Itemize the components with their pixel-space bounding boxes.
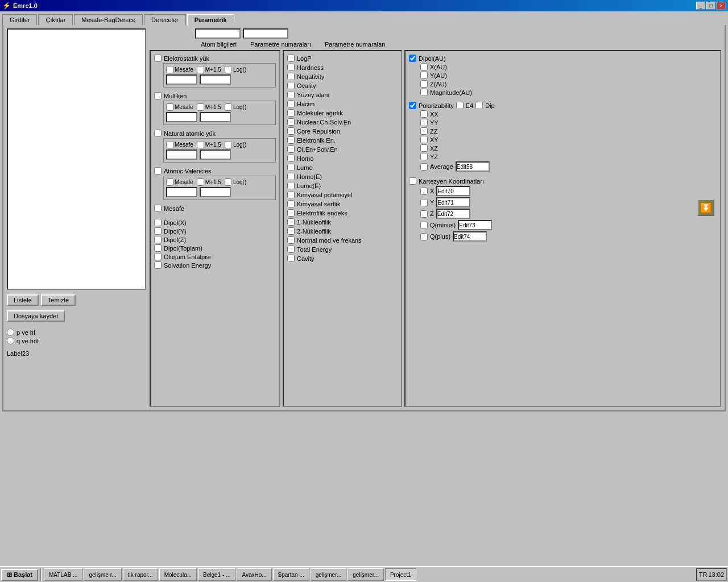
chk-m15-1[interactable] xyxy=(197,66,204,73)
chk-dipol-au[interactable] xyxy=(409,55,416,62)
chk-kart-x[interactable] xyxy=(420,188,428,195)
chk-mid-15[interactable] xyxy=(287,191,295,198)
taskbar-app-2[interactable]: tik rapor... xyxy=(123,568,158,581)
tab-parametrik[interactable]: Parametrik xyxy=(187,14,234,26)
chk-yau[interactable] xyxy=(420,72,428,79)
edit-elektro-2[interactable] xyxy=(200,74,231,85)
chk-mesafe2[interactable] xyxy=(166,103,173,111)
edit71[interactable] xyxy=(436,197,470,207)
chk-mid-22[interactable] xyxy=(287,255,295,262)
edit74[interactable] xyxy=(453,231,487,242)
minimize-btn[interactable]: _ xyxy=(696,2,705,10)
chk-m15-2[interactable] xyxy=(197,103,204,111)
taskbar-app-8[interactable]: gelişmer... xyxy=(348,568,384,581)
close-btn[interactable]: × xyxy=(717,2,726,10)
chk-mesafe4[interactable] xyxy=(166,178,173,186)
edit73[interactable] xyxy=(458,220,492,230)
chk-atomic[interactable] xyxy=(154,167,162,174)
edit-atomic-1[interactable] xyxy=(166,187,197,197)
taskbar-app-7[interactable]: gelişmer... xyxy=(311,568,347,581)
edit72[interactable] xyxy=(436,209,470,219)
tab-ciktilar[interactable]: Çıktılar xyxy=(38,14,73,26)
chk-magnitude[interactable] xyxy=(420,89,428,96)
chk-qplus[interactable] xyxy=(420,233,428,240)
chk-mid-19[interactable] xyxy=(287,227,295,235)
chk-log4[interactable] xyxy=(225,178,232,186)
chk-dip[interactable] xyxy=(475,102,483,109)
chk-kart-z[interactable] xyxy=(420,210,428,218)
start-button[interactable]: ⊞ Başlat xyxy=(1,569,38,581)
chk-mid-2[interactable] xyxy=(287,73,295,80)
chk-yy[interactable] xyxy=(420,119,428,126)
chk-solvation[interactable] xyxy=(154,261,162,269)
chk-xz[interactable] xyxy=(420,144,428,152)
taskbar-app-0[interactable]: MATLAB ... xyxy=(44,568,82,581)
chk-xy[interactable] xyxy=(420,136,428,143)
chk-xau[interactable] xyxy=(420,63,428,70)
chk-mid-6[interactable] xyxy=(287,109,295,117)
chk-mid-8[interactable] xyxy=(287,127,295,135)
edit-mulliken-2[interactable] xyxy=(200,112,231,122)
chk-dipol-y[interactable] xyxy=(154,227,162,235)
dosyaya-button[interactable]: Dosyaya kaydet xyxy=(7,310,65,322)
chk-dipol-x[interactable] xyxy=(154,219,162,226)
chk-kartezyen[interactable] xyxy=(409,177,416,185)
chk-m15-4[interactable] xyxy=(197,178,204,186)
taskbar-app-6[interactable]: Spartan ... xyxy=(273,568,309,581)
chk-average[interactable] xyxy=(420,163,428,171)
chk-zau[interactable] xyxy=(420,80,428,88)
arrow-button[interactable]: ⏬ xyxy=(697,199,714,216)
chk-mid-21[interactable] xyxy=(287,246,295,253)
chk-mid-1[interactable] xyxy=(287,64,295,71)
radio-p-hf[interactable]: p ve hf xyxy=(7,329,146,336)
tab-girdiler[interactable]: Girdiler xyxy=(2,14,37,26)
chk-log1[interactable] xyxy=(225,66,232,73)
chk-yz[interactable] xyxy=(420,153,428,160)
listele-button[interactable]: Listele xyxy=(7,294,39,306)
chk-kart-y[interactable] xyxy=(420,199,428,206)
chk-olusum[interactable] xyxy=(154,253,162,260)
chk-log3[interactable] xyxy=(225,141,232,148)
parametre-num-input1[interactable] xyxy=(243,28,288,39)
taskbar-app-3[interactable]: Molecula... xyxy=(159,568,197,581)
chk-m15-3[interactable] xyxy=(197,141,204,148)
chk-mesafe3[interactable] xyxy=(166,141,173,148)
list-box[interactable] xyxy=(7,28,146,290)
taskbar-app-5[interactable]: AvaxHo... xyxy=(237,568,271,581)
edit-natural-1[interactable] xyxy=(166,149,197,160)
chk-mid-11[interactable] xyxy=(287,155,295,162)
chk-dipol-toplam[interactable] xyxy=(154,244,162,252)
chk-natural[interactable] xyxy=(154,130,162,137)
chk-mid-12[interactable] xyxy=(287,164,295,171)
edit58[interactable] xyxy=(456,161,490,172)
chk-dipol-z[interactable] xyxy=(154,236,162,243)
edit-mulliken-1[interactable] xyxy=(166,112,197,122)
chk-mesafe1[interactable] xyxy=(166,66,173,73)
atom-bilgileri-input[interactable] xyxy=(195,28,241,39)
chk-mid-14[interactable] xyxy=(287,182,295,189)
chk-xx[interactable] xyxy=(420,110,428,118)
chk-qminus[interactable] xyxy=(420,222,428,229)
chk-zz[interactable] xyxy=(420,127,428,135)
chk-polariz[interactable] xyxy=(409,102,416,109)
chk-mid-7[interactable] xyxy=(287,118,295,126)
temizle-button[interactable]: Temizle xyxy=(41,294,76,306)
chk-mid-9[interactable] xyxy=(287,136,295,144)
taskbar-app-9[interactable]: Project1 xyxy=(385,568,416,581)
tab-dereceler[interactable]: Dereceler xyxy=(144,14,186,26)
taskbar-app-1[interactable]: gelişme r... xyxy=(84,568,121,581)
tab-mesafe[interactable]: Mesafe-BagDerece xyxy=(74,14,143,26)
chk-mid-5[interactable] xyxy=(287,100,295,107)
chk-mid-20[interactable] xyxy=(287,236,295,244)
chk-mid-4[interactable] xyxy=(287,91,295,98)
edit-atomic-2[interactable] xyxy=(200,187,231,197)
chk-mid-18[interactable] xyxy=(287,218,295,226)
chk-log2[interactable] xyxy=(225,103,232,111)
edit70[interactable] xyxy=(436,186,470,196)
edit-elektro-1[interactable] xyxy=(166,74,197,85)
taskbar-app-4[interactable]: Belge1 - ... xyxy=(198,568,235,581)
edit-natural-2[interactable] xyxy=(200,149,231,160)
chk-mid-17[interactable] xyxy=(287,209,295,217)
chk-mid-13[interactable] xyxy=(287,173,295,180)
chk-mesafe-s[interactable] xyxy=(154,205,162,212)
